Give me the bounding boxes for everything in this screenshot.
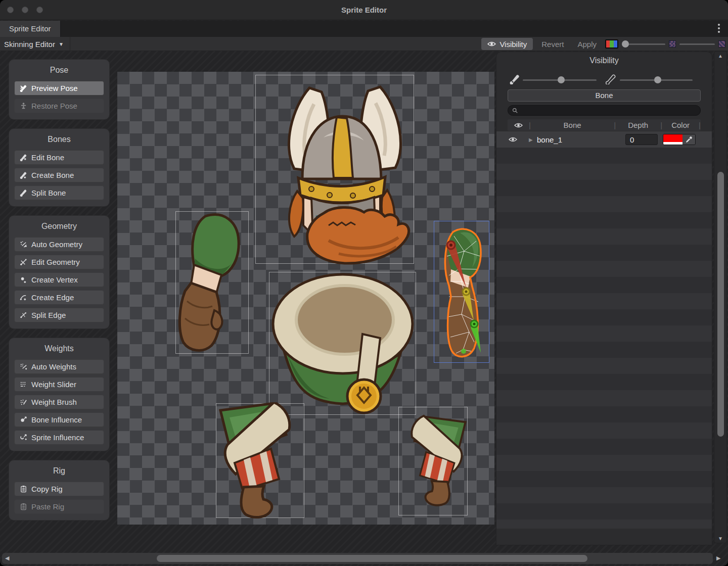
slider-knob <box>622 40 629 48</box>
auto-weights-button[interactable]: Auto Weights <box>14 359 104 374</box>
button-label: Create Bone <box>31 171 74 179</box>
bone-search[interactable] <box>508 105 701 116</box>
vertex-create-icon <box>19 276 27 284</box>
kebab-menu-icon[interactable] <box>718 24 720 33</box>
toolbar: Skinning Editor ▼ Visibility Revert Appl… <box>0 37 728 51</box>
button-label: Restore Pose <box>31 102 77 110</box>
left-leg-sprite[interactable] <box>214 402 305 520</box>
bone-tab[interactable]: Bone <box>508 89 701 102</box>
group-title: Pose <box>14 66 104 75</box>
viking-head-sprite[interactable] <box>253 74 415 265</box>
rig-copy-icon <box>19 485 27 493</box>
weight-brush-icon <box>19 398 27 406</box>
button-label: Split Edge <box>31 311 66 319</box>
bone-table-rows: ▶bone_1 <box>496 131 712 148</box>
scroll-down-icon[interactable]: ▼ <box>714 536 726 541</box>
button-label: Paste Rig <box>31 502 64 511</box>
sprite-transparency-icon <box>669 40 676 48</box>
bone-create-icon <box>19 171 27 179</box>
auto-geometry-button[interactable]: Auto Geometry <box>14 237 104 252</box>
button-label: Auto Geometry <box>31 240 82 249</box>
preview-pose-button[interactable]: Preview Pose <box>14 81 104 96</box>
sprite-influence-icon <box>19 434 27 442</box>
slider-knob <box>558 76 565 83</box>
button-label: Edit Bone <box>31 153 64 162</box>
edit-bone-button[interactable]: Edit Bone <box>14 150 104 165</box>
button-label: Create Vertex <box>31 275 78 284</box>
depth-column-header[interactable]: Depth <box>616 121 660 129</box>
visibility-toggle-button[interactable]: Visibility <box>481 38 533 50</box>
slider-knob <box>654 76 661 83</box>
mitten-arm-sprite[interactable] <box>175 210 249 356</box>
depth-input[interactable] <box>625 134 658 145</box>
paste-rig-button: Paste Rig <box>14 499 104 514</box>
chevron-down-icon: ▼ <box>59 41 64 47</box>
mesh-transparency-icon <box>718 40 725 48</box>
bone-opacity-slider[interactable] <box>622 40 665 48</box>
bone-name[interactable]: bone_1 <box>537 135 625 144</box>
window-title: Sprite Editor <box>0 0 728 20</box>
button-label: Copy Rig <box>31 485 63 493</box>
edit-geometry-button[interactable]: Edit Geometry <box>14 255 104 269</box>
sprite-influence-button[interactable]: Sprite Influence <box>14 430 104 445</box>
group-title: Rig <box>14 466 104 476</box>
visibility-panel: Visibility Bone | Bone | Depth | Color | <box>496 52 712 545</box>
group-title: Weights <box>14 344 104 353</box>
button-label: Sprite Influence <box>31 433 84 442</box>
eyedropper-icon[interactable] <box>682 134 695 145</box>
torso-sprite[interactable] <box>269 271 417 415</box>
scroll-right-icon[interactable]: ▶ <box>716 555 720 561</box>
weight-slider-icon <box>19 381 27 389</box>
sprite-opacity-icon <box>606 74 616 84</box>
bone-edit-icon <box>19 154 27 162</box>
selected-arm-sprite[interactable] <box>434 221 489 363</box>
sprite-editor-window: Sprite Editor Sprite Editor Skinning Edi… <box>0 0 728 566</box>
restore-pose-button: Restore Pose <box>14 99 104 113</box>
mode-dropdown[interactable]: Skinning Editor ▼ <box>0 37 70 51</box>
search-input[interactable] <box>520 107 696 114</box>
empty-row-stripes <box>496 148 712 529</box>
button-label: Preview Pose <box>31 84 78 92</box>
panel-bone-opacity-slider[interactable] <box>523 76 597 83</box>
right-leg-sprite[interactable] <box>399 406 470 516</box>
color-channels-icon[interactable] <box>605 39 618 49</box>
edge-split-icon <box>19 311 27 319</box>
copy-rig-button[interactable]: Copy Rig <box>14 482 104 496</box>
vertical-scrollbar-thumb[interactable] <box>717 172 724 437</box>
panel-sprite-opacity-slider[interactable] <box>620 76 693 83</box>
bone-row[interactable]: ▶bone_1 <box>496 131 712 148</box>
bone-influence-icon <box>19 416 27 424</box>
bone-split-icon <box>19 189 27 197</box>
button-label: Split Bone <box>31 188 66 197</box>
button-label: Bone Influence <box>31 415 82 424</box>
revert-button[interactable]: Revert <box>536 38 569 50</box>
group-bones: BonesEdit BoneCreate BoneSplit Bone <box>9 129 109 206</box>
group-rig: RigCopy RigPaste Rig <box>9 460 109 520</box>
titlebar: Sprite Editor <box>0 0 728 20</box>
eye-icon <box>487 40 496 49</box>
bone-influence-button[interactable]: Bone Influence <box>14 412 104 427</box>
split-bone-button[interactable]: Split Bone <box>14 185 104 200</box>
sprite-canvas[interactable] <box>117 72 494 525</box>
split-edge-button[interactable]: Split Edge <box>14 308 104 322</box>
weight-brush-button[interactable]: Weight Brush <box>14 395 104 409</box>
expand-triangle-icon[interactable]: ▶ <box>529 137 537 143</box>
horizontal-scrollbar[interactable]: ◀ <box>2 553 713 564</box>
row-visibility-eye-icon[interactable] <box>496 136 529 143</box>
tab-sprite-editor[interactable]: Sprite Editor <box>0 21 61 37</box>
apply-button[interactable]: Apply <box>572 38 602 50</box>
mesh-opacity-slider[interactable] <box>679 40 715 48</box>
bone-color-control <box>663 134 696 145</box>
horizontal-scrollbar-thumb[interactable] <box>157 555 587 562</box>
bone-color-swatch[interactable] <box>663 134 682 145</box>
weight-slider-button[interactable]: Weight Slider <box>14 377 104 392</box>
scroll-up-icon[interactable]: ▲ <box>714 53 726 59</box>
create-bone-button[interactable]: Create Bone <box>14 168 104 182</box>
color-column-header[interactable]: Color <box>662 121 699 129</box>
scroll-left-icon[interactable]: ◀ <box>5 555 9 561</box>
bone-column-header[interactable]: Bone <box>531 121 614 129</box>
create-edge-button[interactable]: Create Edge <box>14 290 104 305</box>
create-vertex-button[interactable]: Create Vertex <box>14 272 104 287</box>
vertical-scrollbar[interactable]: ▲ ▼ <box>714 51 727 543</box>
mode-dropdown-label: Skinning Editor <box>4 40 55 49</box>
